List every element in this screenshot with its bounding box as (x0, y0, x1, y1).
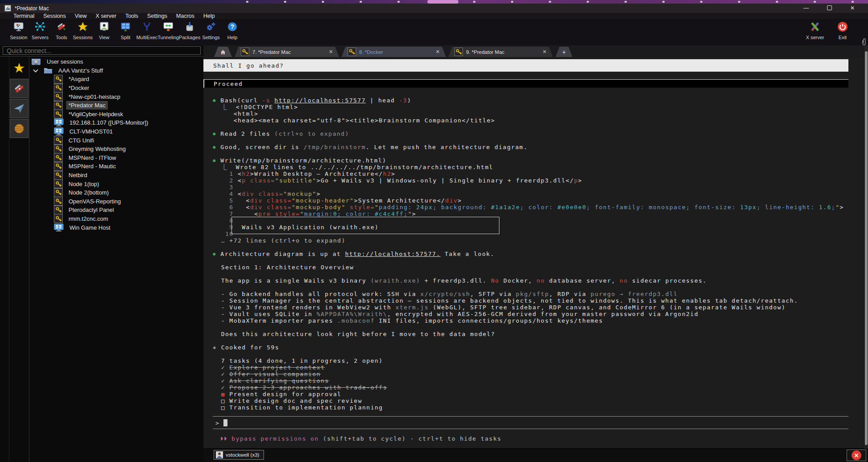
paperclip-icon[interactable] (861, 37, 867, 46)
tree-item--docker[interactable]: *Docker (29, 84, 203, 93)
close-button[interactable]: ✕ (847, 4, 858, 13)
terminal-line (213, 271, 848, 277)
tree-item-aaa-vantz-s-stuff[interactable]: AAA Vantz's Stuff (29, 66, 203, 75)
tree-item-pterodactyl-panel[interactable]: Pterodactyl Panel (29, 206, 203, 215)
taskbar-dot (776, 1, 778, 3)
chevron-down-icon[interactable] (33, 67, 39, 73)
tab-7-predator-mac[interactable]: 7. *Predator Mac✕ (235, 47, 339, 57)
close-tab-icon[interactable]: ✕ (431, 49, 440, 55)
toolbar-multiexec-button[interactable]: MultiExec (136, 19, 158, 40)
mobaxterm-window: *Predator Mac — ✕ TerminalSessionsViewX … (0, 0, 868, 462)
tab-home[interactable] (214, 47, 232, 57)
terminal-line: - Vault uses SQLite in %APPDATA%\Wraith\… (213, 311, 848, 317)
toolbar-packages-button[interactable]: Packages (179, 19, 200, 40)
xserver-icon (809, 21, 821, 32)
menu-x-server[interactable]: X server (91, 13, 121, 19)
input-box-bottom-rule (213, 429, 848, 429)
toolbar-view-button[interactable]: View (93, 19, 115, 40)
new-tab-button[interactable]: + (556, 47, 572, 57)
scrollbar-thumb[interactable] (865, 51, 868, 445)
sidebar-rail: ★ (9, 58, 29, 139)
tree-item-label: *VigilCyber-Helpdesk (67, 110, 125, 118)
toolbar-xserver-button[interactable]: X server (801, 19, 829, 40)
key-icon (241, 48, 249, 56)
menu-help[interactable]: Help (199, 13, 219, 19)
tree-item-greyming-webhosting[interactable]: Greyming Webhosting (29, 145, 203, 154)
menu-terminal[interactable]: Terminal (9, 13, 39, 19)
tree-item-netbird[interactable]: Netbird (29, 171, 203, 180)
tab-9-predator-mac[interactable]: 9. *Predator Mac✕ (448, 47, 553, 57)
packages-icon (184, 21, 195, 32)
menu-settings[interactable]: Settings (143, 13, 172, 19)
menu-macros[interactable]: Macros (172, 13, 199, 19)
key-icon (54, 92, 63, 101)
quick-connect-input[interactable] (3, 46, 201, 55)
close-tab-icon[interactable]: ✕ (324, 49, 333, 55)
tree-item-192-168-1-107-ups-monitor-[interactable]: 192.168.1.107 ([UPS-Monitor]) (29, 118, 203, 127)
terminal-line: ✓ Ask clarifying questions (213, 377, 848, 384)
session-button[interactable]: vstockwell (x3) (214, 450, 264, 460)
taskbar-dot (852, 1, 854, 3)
proceed-option[interactable]: Proceed (203, 79, 848, 88)
tree-item--predator-mac[interactable]: *Predator Mac (29, 101, 203, 110)
toolbar-split-button[interactable]: Split (115, 19, 136, 40)
rail-tools-button[interactable] (10, 79, 28, 98)
tree-item-clt-vmhost01[interactable]: CLT-VMHOST01 (29, 127, 203, 136)
exit-icon (837, 21, 848, 32)
assistant-question-banner: Shall I go ahead? (203, 59, 848, 72)
terminal-line: ⏺ Architecture diagram is up at http://l… (213, 251, 848, 257)
tree-item-node-1-top-[interactable]: Node 1(top) (29, 179, 203, 188)
tree-item--new-cp01-heistacp[interactable]: *New-cp01-heistacp (29, 92, 203, 101)
key-icon (54, 197, 63, 206)
toolbar-tunneling-button[interactable]: Tunneling (158, 19, 179, 40)
tools-icon (13, 83, 25, 94)
tree-item--vigilcyber-helpdesk[interactable]: *VigilCyber-Helpdesk (29, 110, 203, 119)
menu-sessions[interactable]: Sessions (39, 13, 70, 19)
terminal-line: ✓ Propose 2-3 approaches with trade-offs (213, 384, 848, 391)
tree-item-node-2-bottom-[interactable]: Node 2(bottom) (29, 188, 203, 197)
toolbar-label: Packages (179, 35, 200, 40)
tree-item-rmm-t2cnc-com[interactable]: rmm.t2cnc.com (29, 215, 203, 223)
tree-item-user-sessions[interactable]: User sessions (29, 57, 203, 66)
toolbar-servers-button[interactable]: Servers (29, 19, 51, 40)
close-tab-icon[interactable]: ✕ (538, 49, 547, 55)
menu-tools[interactable]: Tools (121, 13, 142, 19)
taskbar-dot (587, 1, 589, 3)
key-icon (54, 153, 63, 162)
tree-item-label: CLT-VMHOST01 (68, 128, 114, 135)
taskbar-dot (625, 1, 627, 3)
prompt-row[interactable]: > (215, 418, 227, 427)
toolbar-help-button[interactable]: ?Help (222, 19, 243, 40)
terminal-line: □ Transition to implementation planning (213, 404, 848, 411)
menu-view[interactable]: View (70, 13, 91, 19)
toolbar-tools-button[interactable]: Tools (51, 19, 72, 40)
key-icon (54, 92, 63, 101)
tree-item-openvas-reporting[interactable]: OpenVAS-Reporting (29, 197, 203, 206)
split-icon (120, 21, 131, 32)
tree-item-ctg-unifi[interactable]: CTG Unifi (29, 136, 203, 145)
tree-item-label: rmm.t2cnc.com (67, 215, 110, 223)
kill-session-button[interactable]: ✕ (847, 450, 866, 461)
minimize-button[interactable]: — (800, 4, 812, 13)
rail-web-button[interactable] (10, 119, 28, 138)
tree-item-mspnerd-itflow[interactable]: MSPNerd - ITFlow (29, 154, 203, 162)
terminal-line (213, 351, 848, 357)
key-icon (54, 188, 63, 197)
tree-item-label: Greyming Webhosting (67, 145, 127, 153)
maximize-button[interactable] (823, 4, 835, 13)
terminal-line: 7 tasks (4 done, 1 in progress, 2 open) (213, 357, 848, 364)
tab-8-docker[interactable]: 8. *Docker✕ (341, 47, 446, 57)
terminal-line: ✳ Cooked for 59s (213, 344, 848, 351)
favorites-star-icon[interactable]: ★ (9, 58, 29, 78)
tree-item--asgard[interactable]: *Asgard (29, 75, 203, 84)
toolbar-sessions-button[interactable]: Sessions (72, 19, 93, 40)
toolbar-exit-button[interactable]: Exit (829, 19, 856, 40)
toolbar-session-button[interactable]: Session (8, 19, 29, 40)
key-icon (54, 109, 63, 118)
tab-bar: 7. *Predator Mac✕8. *Docker✕9. *Predator… (203, 45, 868, 57)
tree-item-win-game-host[interactable]: Win Game Host (29, 223, 203, 232)
terminal-line: 5 <div class="mockup-header">System Arch… (213, 197, 848, 204)
rail-send-button[interactable] (10, 99, 28, 118)
toolbar-settings-button[interactable]: Settings (200, 19, 222, 40)
tree-item-mspnerd-mautic[interactable]: MSPNerd - Mautic (29, 162, 203, 171)
